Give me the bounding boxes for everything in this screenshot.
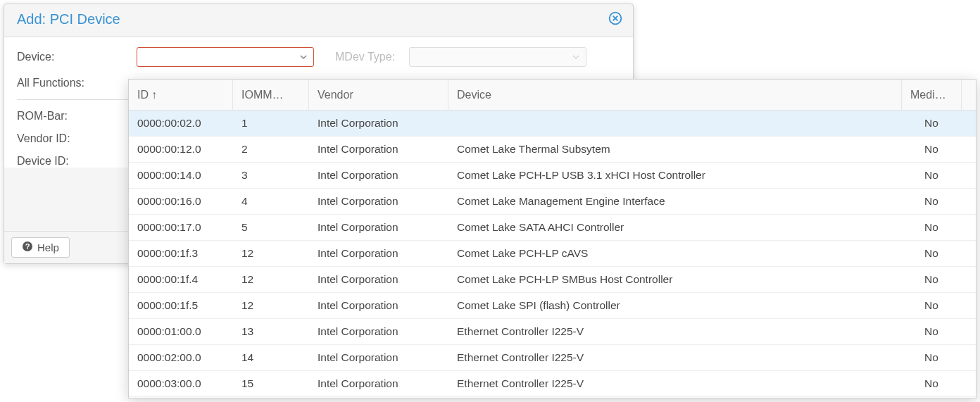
cell-mediated: No (916, 351, 976, 364)
cell-iommu: 12 (233, 299, 309, 312)
cell-device: Comet Lake PCH-LP cAVS (448, 247, 916, 260)
cell-vendor: Intel Corporation (309, 117, 448, 130)
header-vendor[interactable]: Vendor (309, 80, 448, 110)
help-button[interactable]: ? Help (11, 237, 70, 258)
cell-id: 0000:00:1f.4 (129, 273, 233, 286)
cell-device: Ethernet Controller I225-V (448, 351, 916, 364)
cell-mediated: No (916, 169, 976, 182)
device-combo[interactable] (137, 47, 314, 67)
cell-vendor: Intel Corporation (309, 247, 448, 260)
cell-iommu: 5 (233, 221, 309, 234)
cell-iommu: 1 (233, 117, 309, 130)
cell-vendor: Intel Corporation (309, 221, 448, 234)
table-row[interactable]: 0000:00:02.01Intel CorporationNo (129, 111, 976, 137)
cell-device: Comet Lake Management Engine Interface (448, 195, 916, 208)
all-functions-label: All Functions: (17, 77, 122, 89)
cell-iommu: 2 (233, 143, 309, 156)
cell-mediated: No (916, 143, 976, 156)
cell-mediated: No (916, 299, 976, 312)
table-row[interactable]: 0000:00:16.04Intel CorporationComet Lake… (129, 189, 976, 215)
cell-vendor: Intel Corporation (309, 299, 448, 312)
chevron-down-icon (299, 51, 308, 63)
grid-body[interactable]: 0000:00:02.01Intel CorporationNo0000:00:… (129, 111, 976, 398)
table-row[interactable]: 0000:02:00.014Intel CorporationEthernet … (129, 345, 976, 371)
cell-vendor: Intel Corporation (309, 143, 448, 156)
cell-vendor: Intel Corporation (309, 169, 448, 182)
cell-iommu: 15 (233, 377, 309, 390)
table-row[interactable]: 0000:03:00.015Intel CorporationEthernet … (129, 371, 976, 397)
cell-vendor: Intel Corporation (309, 273, 448, 286)
vendor-id-label: Vendor ID: (17, 132, 122, 145)
cell-vendor: Intel Corporation (309, 351, 448, 364)
cell-device: Comet Lake Thermal Subsytem (448, 143, 916, 156)
cell-iommu: 13 (233, 325, 309, 338)
cell-id: 0000:01:00.0 (129, 325, 233, 338)
cell-iommu: 12 (233, 273, 309, 286)
dialog-header: Add: PCI Device (4, 4, 633, 37)
close-button[interactable] (608, 13, 622, 27)
grid-header: ID ↑ IOMM… Vendor Device Medi… (129, 80, 976, 111)
mdev-type-label: MDev Type: (335, 51, 395, 63)
cell-id: 0000:00:14.0 (129, 169, 233, 182)
sort-ascending-icon: ↑ (151, 89, 157, 101)
table-row[interactable]: 0000:00:17.05Intel CorporationComet Lake… (129, 215, 976, 241)
cell-device: Comet Lake SATA AHCI Controller (448, 221, 916, 234)
cell-id: 0000:03:00.0 (129, 377, 233, 390)
cell-device: Ethernet Controller I225-V (448, 377, 916, 390)
header-mediated[interactable]: Medi… (902, 80, 962, 110)
cell-vendor: Intel Corporation (309, 325, 448, 338)
cell-device: Comet Lake SPI (flash) Controller (448, 299, 916, 312)
cell-mediated: No (916, 117, 976, 130)
cell-id: 0000:00:1f.5 (129, 299, 233, 312)
cell-mediated: No (916, 195, 976, 208)
device-label: Device: (17, 51, 122, 63)
cell-id: 0000:00:1f.3 (129, 247, 233, 260)
table-row[interactable]: 0000:00:12.02Intel CorporationComet Lake… (129, 137, 976, 163)
cell-id: 0000:00:16.0 (129, 195, 233, 208)
device-dropdown-grid: ID ↑ IOMM… Vendor Device Medi… 0000:00:0… (128, 79, 976, 398)
help-icon: ? (22, 241, 33, 254)
cell-iommu: 14 (233, 351, 309, 364)
cell-mediated: No (916, 221, 976, 234)
cell-vendor: Intel Corporation (309, 377, 448, 390)
cell-mediated: No (916, 377, 976, 390)
cell-id: 0000:00:02.0 (129, 117, 233, 130)
rom-bar-label: ROM-Bar: (17, 110, 122, 123)
cell-iommu: 3 (233, 169, 309, 182)
cell-mediated: No (916, 325, 976, 338)
header-scroll-spacer (962, 80, 976, 110)
cell-mediated: No (916, 273, 976, 286)
cell-iommu: 12 (233, 247, 309, 260)
cell-id: 0000:00:17.0 (129, 221, 233, 234)
cell-device: Comet Lake PCH-LP SMBus Host Controller (448, 273, 916, 286)
cell-vendor: Intel Corporation (309, 195, 448, 208)
table-row[interactable]: 0000:00:1f.412Intel CorporationComet Lak… (129, 267, 976, 293)
cell-device: Ethernet Controller I225-V (448, 325, 916, 338)
cell-id: 0000:02:00.0 (129, 351, 233, 364)
mdev-type-combo (409, 47, 586, 67)
header-id-label: ID (137, 89, 149, 101)
cell-iommu: 4 (233, 195, 309, 208)
table-row[interactable]: 0000:00:1f.512Intel CorporationComet Lak… (129, 293, 976, 319)
svg-text:?: ? (25, 242, 30, 251)
cell-id: 0000:00:12.0 (129, 143, 233, 156)
table-row[interactable]: 0000:00:14.03Intel CorporationComet Lake… (129, 163, 976, 189)
close-icon (608, 11, 622, 27)
table-row[interactable]: 0000:01:00.013Intel CorporationEthernet … (129, 319, 976, 345)
header-device[interactable]: Device (448, 80, 902, 110)
help-button-label: Help (37, 241, 59, 253)
cell-device: Comet Lake PCH-LP USB 3.1 xHCI Host Cont… (448, 169, 916, 182)
device-id-label: Device ID: (17, 155, 122, 168)
header-id[interactable]: ID ↑ (129, 80, 233, 110)
dialog-title: Add: PCI Device (17, 11, 120, 27)
cell-mediated: No (916, 247, 976, 260)
header-iommu[interactable]: IOMM… (233, 80, 309, 110)
chevron-down-icon (572, 51, 580, 63)
table-row[interactable]: 0000:00:1f.312Intel CorporationComet Lak… (129, 241, 976, 267)
